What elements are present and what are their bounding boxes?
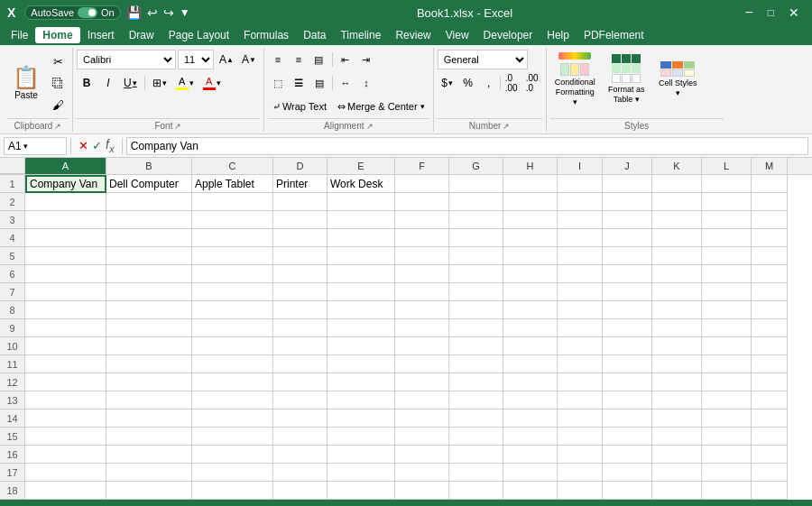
cell-A4[interactable] — [25, 229, 106, 247]
cell-E18[interactable] — [328, 482, 395, 500]
menu-insert[interactable]: Insert — [80, 27, 122, 43]
cell-M15[interactable] — [752, 428, 788, 446]
cell-J6[interactable] — [603, 265, 652, 283]
cell-G14[interactable] — [449, 409, 503, 428]
cell-A12[interactable] — [25, 373, 106, 391]
increase-decimal-button[interactable]: .0.00 — [502, 73, 521, 93]
cell-D15[interactable] — [273, 428, 328, 446]
cell-B18[interactable] — [106, 482, 192, 500]
menu-draw[interactable]: Draw — [122, 27, 161, 43]
cell-D3[interactable] — [273, 211, 328, 229]
cell-F17[interactable] — [395, 464, 449, 482]
row-num-11[interactable]: 11 — [0, 355, 25, 373]
cell-E16[interactable] — [328, 446, 395, 464]
cell-A15[interactable] — [25, 428, 106, 446]
cell-H18[interactable] — [503, 482, 558, 500]
menu-formulas[interactable]: Formulas — [236, 27, 296, 43]
cell-H15[interactable] — [503, 428, 558, 446]
cell-K14[interactable] — [652, 409, 702, 428]
cell-F12[interactable] — [395, 373, 449, 391]
cell-I3[interactable] — [558, 211, 603, 229]
cell-B15[interactable] — [106, 428, 192, 446]
cell-G10[interactable] — [449, 337, 503, 355]
col-header-h[interactable]: H — [503, 158, 558, 174]
cell-C11[interactable] — [192, 355, 273, 373]
menu-view[interactable]: View — [438, 27, 476, 43]
cell-B17[interactable] — [106, 464, 192, 482]
cell-B1[interactable]: Dell Computer — [106, 175, 192, 193]
cell-E6[interactable] — [328, 265, 395, 283]
cell-I15[interactable] — [558, 428, 603, 446]
cell-D7[interactable] — [273, 283, 328, 301]
format-as-table-button[interactable]: Format as Table ▾ — [602, 51, 651, 107]
italic-button[interactable]: I — [98, 73, 118, 93]
cell-M7[interactable] — [752, 283, 788, 301]
cell-D18[interactable] — [273, 482, 328, 500]
cell-G2[interactable] — [449, 193, 503, 211]
cell-J2[interactable] — [603, 193, 652, 211]
cell-F16[interactable] — [395, 446, 449, 464]
cell-H5[interactable] — [503, 247, 558, 265]
row-num-4[interactable]: 4 — [0, 229, 25, 247]
format-painter-button[interactable]: 🖌 — [47, 95, 69, 115]
cell-I13[interactable] — [558, 391, 603, 409]
rtl-text-button[interactable]: ↔ — [336, 73, 355, 93]
cell-H14[interactable] — [503, 409, 558, 428]
cell-D2[interactable] — [273, 193, 328, 211]
cell-K18[interactable] — [652, 482, 702, 500]
font-name-select[interactable]: Calibri — [77, 50, 176, 69]
cell-B16[interactable] — [106, 446, 192, 464]
cell-M6[interactable] — [752, 265, 788, 283]
clipboard-expand-icon[interactable]: ↗ — [54, 122, 61, 131]
row-num-17[interactable]: 17 — [0, 464, 25, 482]
cell-J7[interactable] — [603, 283, 652, 301]
cell-G16[interactable] — [449, 446, 503, 464]
cell-H17[interactable] — [503, 464, 558, 482]
cell-D6[interactable] — [273, 265, 328, 283]
row-num-10[interactable]: 10 — [0, 337, 25, 355]
cell-F3[interactable] — [395, 211, 449, 229]
cell-L12[interactable] — [702, 373, 752, 391]
cell-G18[interactable] — [449, 482, 503, 500]
cell-B7[interactable] — [106, 283, 192, 301]
align-top-center-button[interactable]: ≡ — [289, 50, 309, 69]
cell-B4[interactable] — [106, 229, 192, 247]
font-color-button[interactable]: A ▾ — [199, 73, 225, 93]
cell-L1[interactable] — [702, 175, 752, 193]
row-num-12[interactable]: 12 — [0, 373, 25, 391]
cell-H7[interactable] — [503, 283, 558, 301]
cell-C13[interactable] — [192, 391, 273, 409]
cell-F5[interactable] — [395, 247, 449, 265]
cell-L15[interactable] — [702, 428, 752, 446]
cell-A18[interactable] — [25, 482, 106, 500]
menu-timeline[interactable]: Timeline — [333, 27, 388, 43]
cell-F7[interactable] — [395, 283, 449, 301]
cell-B14[interactable] — [106, 409, 192, 428]
percent-button[interactable]: % — [458, 73, 478, 93]
menu-home[interactable]: Home — [35, 27, 79, 43]
cell-B11[interactable] — [106, 355, 192, 373]
cell-L11[interactable] — [702, 355, 752, 373]
align-center-button[interactable]: ☰ — [289, 73, 309, 93]
cell-M13[interactable] — [752, 391, 788, 409]
alignment-expand-icon[interactable]: ↗ — [366, 122, 374, 131]
cell-J5[interactable] — [603, 247, 652, 265]
cell-K13[interactable] — [652, 391, 702, 409]
cell-J3[interactable] — [603, 211, 652, 229]
col-header-g[interactable]: G — [449, 158, 503, 174]
col-header-l[interactable]: L — [702, 158, 752, 174]
cell-M5[interactable] — [752, 247, 788, 265]
cell-E12[interactable] — [328, 373, 395, 391]
cell-ref-dropdown-icon[interactable]: ▾ — [23, 142, 28, 151]
cell-L16[interactable] — [702, 446, 752, 464]
bold-button[interactable]: B — [77, 73, 97, 93]
cell-H11[interactable] — [503, 355, 558, 373]
cell-C7[interactable] — [192, 283, 273, 301]
cell-F9[interactable] — [395, 319, 449, 337]
cell-H2[interactable] — [503, 193, 558, 211]
cell-E7[interactable] — [328, 283, 395, 301]
redo-icon[interactable]: ↪ — [163, 5, 174, 20]
underline-button[interactable]: U▾ — [120, 73, 141, 93]
cell-L18[interactable] — [702, 482, 752, 500]
cell-B2[interactable] — [106, 193, 192, 211]
